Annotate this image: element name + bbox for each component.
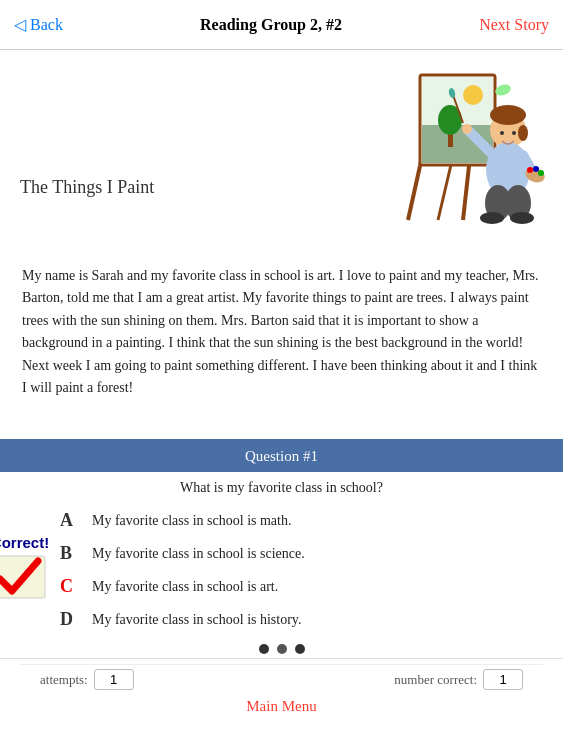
svg-point-28 xyxy=(538,170,544,176)
svg-point-12 xyxy=(518,125,528,141)
story-title-block: The Things I Paint xyxy=(20,60,300,255)
story-title: The Things I Paint xyxy=(20,177,154,198)
answer-b-letter: B xyxy=(60,543,82,564)
answer-a-letter: A xyxy=(60,510,82,531)
page-title: Reading Group 2, #2 xyxy=(200,16,342,34)
checkmark-icon xyxy=(0,551,50,601)
correct-badge: Correct! xyxy=(0,534,50,601)
attempts-group: attempts: xyxy=(40,669,134,690)
question-section: Question #1 What is my favorite class in… xyxy=(0,439,563,658)
question-header: Question #1 xyxy=(0,441,563,472)
svg-point-22 xyxy=(510,212,534,224)
answer-a-text: My favorite class in school is math. xyxy=(92,513,291,529)
svg-point-23 xyxy=(500,131,504,135)
correct-label: Correct! xyxy=(0,534,49,551)
answer-c-row[interactable]: C My favorite class in school is art. xyxy=(60,570,543,603)
svg-point-27 xyxy=(533,166,539,172)
svg-point-26 xyxy=(527,167,533,173)
back-button[interactable]: ◁ Back xyxy=(14,15,63,34)
answer-d-text: My favorite class in school is history. xyxy=(92,612,301,628)
svg-point-21 xyxy=(480,212,504,224)
svg-point-16 xyxy=(462,124,472,134)
footer: attempts: number correct: Main Menu xyxy=(0,658,563,721)
footer-bottom: Main Menu xyxy=(20,694,543,719)
answer-c-text: My favorite class in school is art. xyxy=(92,579,278,595)
attempts-label: attempts: xyxy=(40,672,88,688)
answers-container: Correct! A My favorite class in school i… xyxy=(0,504,563,636)
story-body: My name is Sarah and my favorite class i… xyxy=(0,255,563,409)
svg-point-6 xyxy=(463,85,483,105)
next-story-button[interactable]: Next Story xyxy=(479,16,549,34)
attempts-input[interactable] xyxy=(94,669,134,690)
pagination xyxy=(0,636,563,658)
answer-b-text: My favorite class in school is science. xyxy=(92,546,305,562)
answer-b-row[interactable]: B My favorite class in school is science… xyxy=(60,537,543,570)
answer-d-letter: D xyxy=(60,609,82,630)
svg-point-11 xyxy=(490,105,526,125)
question-text: What is my favorite class in school? xyxy=(0,472,563,504)
nav-bar: ◁ Back Reading Group 2, #2 Next Story xyxy=(0,0,563,50)
footer-stats: attempts: number correct: xyxy=(20,664,543,694)
main-menu-button[interactable]: Main Menu xyxy=(20,694,543,719)
answer-a-row[interactable]: A My favorite class in school is math. xyxy=(60,504,543,537)
correct-label: number correct: xyxy=(394,672,477,688)
illustration xyxy=(378,55,553,240)
svg-point-9 xyxy=(494,83,512,98)
story-area: The Things I Paint xyxy=(0,50,563,255)
svg-point-24 xyxy=(512,131,516,135)
pagination-dot-3[interactable] xyxy=(295,644,305,654)
correct-group: number correct: xyxy=(394,669,523,690)
pagination-dot-1[interactable] xyxy=(259,644,269,654)
pagination-dot-2[interactable] xyxy=(277,644,287,654)
answer-c-letter: C xyxy=(60,576,82,597)
answer-d-row[interactable]: D My favorite class in school is history… xyxy=(60,603,543,636)
correct-input[interactable] xyxy=(483,669,523,690)
